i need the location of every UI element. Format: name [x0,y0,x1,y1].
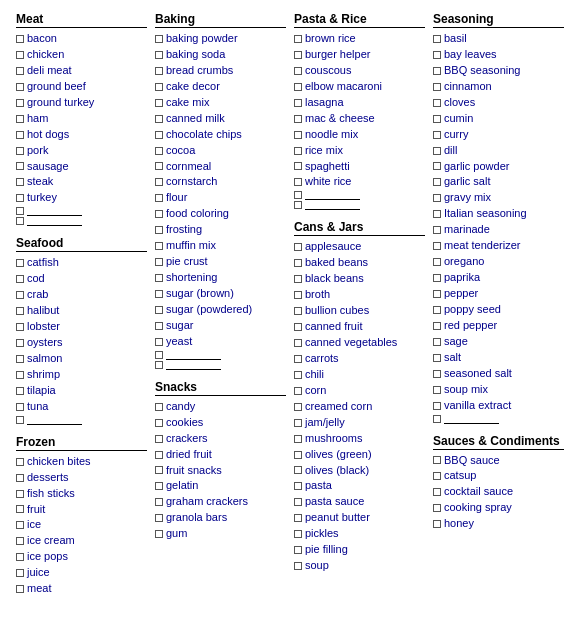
checkbox-0-2-4[interactable] [16,521,24,529]
checkbox-2-1-11[interactable] [294,419,302,427]
checkbox-1-1-5[interactable] [155,482,163,490]
checkbox-1-1-4[interactable] [155,466,163,474]
checkbox-0-1-8[interactable] [16,387,24,395]
checkbox-1-0-15[interactable] [155,274,163,282]
checkbox-2-1-4[interactable] [294,307,302,315]
checkbox-1-1-7[interactable] [155,514,163,522]
checkbox-3-0-10[interactable] [433,194,441,202]
checkbox-1-0-10[interactable] [155,194,163,202]
checkbox-0-2-1[interactable] [16,474,24,482]
checkbox-2-1-1[interactable] [294,259,302,267]
checkbox-1-0-18[interactable] [155,322,163,330]
checkbox-2-1-0[interactable] [294,243,302,251]
checkbox-1-1-8[interactable] [155,530,163,538]
checkbox-2-0-5[interactable] [294,115,302,123]
checkbox-2-1-20[interactable] [294,562,302,570]
checkbox-1-0-16[interactable] [155,290,163,298]
checkbox-2-0-0[interactable] [294,35,302,43]
checkbox-0-1-0[interactable] [16,259,24,267]
checkbox-2-1-19[interactable] [294,546,302,554]
checkbox-0-1-2[interactable] [16,291,24,299]
checkbox-3-0-1[interactable] [433,51,441,59]
checkbox-blank-2-0-11[interactable] [294,201,302,209]
checkbox-2-0-4[interactable] [294,99,302,107]
checkbox-1-0-5[interactable] [155,115,163,123]
checkbox-2-1-8[interactable] [294,371,302,379]
checkbox-3-0-12[interactable] [433,226,441,234]
checkbox-2-0-1[interactable] [294,51,302,59]
checkbox-blank-1-0-21[interactable] [155,361,163,369]
checkbox-0-0-5[interactable] [16,115,24,123]
checkbox-3-0-18[interactable] [433,322,441,330]
checkbox-3-1-0[interactable] [433,456,441,464]
checkbox-0-1-3[interactable] [16,307,24,315]
checkbox-1-1-0[interactable] [155,403,163,411]
checkbox-1-0-4[interactable] [155,99,163,107]
checkbox-3-0-2[interactable] [433,67,441,75]
checkbox-0-2-3[interactable] [16,505,24,513]
checkbox-0-1-7[interactable] [16,371,24,379]
checkbox-3-0-17[interactable] [433,306,441,314]
checkbox-3-0-15[interactable] [433,274,441,282]
checkbox-1-0-1[interactable] [155,51,163,59]
checkbox-3-0-11[interactable] [433,210,441,218]
checkbox-0-1-1[interactable] [16,275,24,283]
checkbox-0-2-6[interactable] [16,553,24,561]
checkbox-2-1-6[interactable] [294,339,302,347]
checkbox-3-0-5[interactable] [433,115,441,123]
checkbox-0-2-8[interactable] [16,585,24,593]
checkbox-2-1-13[interactable] [294,451,302,459]
checkbox-1-0-12[interactable] [155,226,163,234]
checkbox-0-0-1[interactable] [16,51,24,59]
checkbox-0-2-7[interactable] [16,569,24,577]
checkbox-3-0-3[interactable] [433,83,441,91]
checkbox-3-0-19[interactable] [433,338,441,346]
checkbox-0-0-3[interactable] [16,83,24,91]
checkbox-3-1-1[interactable] [433,472,441,480]
checkbox-3-0-0[interactable] [433,35,441,43]
checkbox-blank-1-0-20[interactable] [155,351,163,359]
checkbox-3-0-9[interactable] [433,178,441,186]
checkbox-1-0-3[interactable] [155,83,163,91]
checkbox-0-0-7[interactable] [16,147,24,155]
checkbox-1-0-7[interactable] [155,147,163,155]
checkbox-2-1-17[interactable] [294,514,302,522]
checkbox-blank-2-0-10[interactable] [294,191,302,199]
checkbox-3-0-22[interactable] [433,386,441,394]
checkbox-2-1-5[interactable] [294,323,302,331]
checkbox-0-1-6[interactable] [16,355,24,363]
checkbox-1-0-0[interactable] [155,35,163,43]
checkbox-2-0-9[interactable] [294,178,302,186]
checkbox-3-1-4[interactable] [433,520,441,528]
checkbox-3-0-21[interactable] [433,370,441,378]
checkbox-blank-0-0-12[interactable] [16,217,24,225]
checkbox-0-1-4[interactable] [16,323,24,331]
checkbox-1-0-11[interactable] [155,210,163,218]
checkbox-0-0-2[interactable] [16,67,24,75]
checkbox-0-0-8[interactable] [16,162,24,170]
checkbox-0-2-2[interactable] [16,490,24,498]
checkbox-2-0-8[interactable] [294,162,302,170]
checkbox-3-0-16[interactable] [433,290,441,298]
checkbox-2-1-9[interactable] [294,387,302,395]
checkbox-0-0-0[interactable] [16,35,24,43]
checkbox-0-0-4[interactable] [16,99,24,107]
checkbox-3-0-4[interactable] [433,99,441,107]
checkbox-2-1-15[interactable] [294,482,302,490]
checkbox-1-0-17[interactable] [155,306,163,314]
checkbox-0-0-6[interactable] [16,131,24,139]
checkbox-2-0-3[interactable] [294,83,302,91]
checkbox-3-0-7[interactable] [433,147,441,155]
checkbox-2-1-3[interactable] [294,291,302,299]
checkbox-0-2-0[interactable] [16,458,24,466]
checkbox-0-1-5[interactable] [16,339,24,347]
checkbox-1-1-1[interactable] [155,419,163,427]
checkbox-2-1-14[interactable] [294,466,302,474]
checkbox-2-0-7[interactable] [294,147,302,155]
checkbox-1-0-6[interactable] [155,131,163,139]
checkbox-blank-3-0-24[interactable] [433,415,441,423]
checkbox-1-0-19[interactable] [155,338,163,346]
checkbox-blank-0-1-10[interactable] [16,416,24,424]
checkbox-3-0-14[interactable] [433,258,441,266]
checkbox-3-0-13[interactable] [433,242,441,250]
